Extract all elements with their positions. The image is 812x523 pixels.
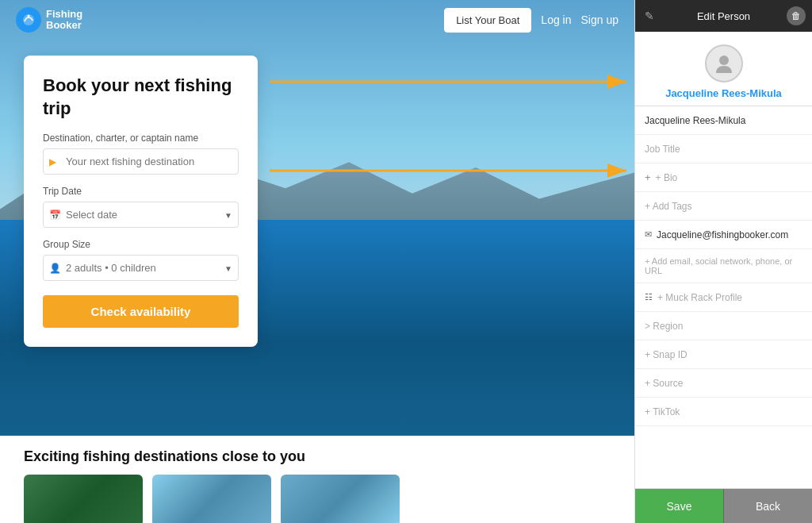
edit-panel: ✎ Edit Person 🗑 Jacqueline Rees-Mikula J… (634, 0, 812, 523)
login-link[interactable]: Log in (541, 13, 571, 26)
panel-footer: Save Back (635, 488, 812, 523)
tiktok-label: + TikTok (645, 406, 680, 417)
job-title-placeholder: Job Title (645, 144, 680, 155)
source-label: + Source (645, 378, 683, 389)
muck-rack-row[interactable]: ☷ + Muck Rack Profile (635, 283, 812, 312)
panel-title: Edit Person (697, 10, 750, 22)
email-field-row[interactable]: ✉ Jacqueline@fishingbooker.com (635, 221, 812, 249)
logo[interactable]: Fishing Booker (16, 7, 82, 33)
destination-card-1[interactable] (24, 475, 143, 523)
email-value: Jacqueline@fishingbooker.com (657, 229, 788, 240)
nav-right: List Your Boat Log in Sign up (444, 8, 619, 33)
tags-field-row[interactable]: + Add Tags (635, 192, 812, 221)
add-email-social: + Add email, social network, phone, or U… (645, 256, 802, 275)
navbar: Fishing Booker List Your Boat Log in Sig… (0, 0, 634, 40)
logo-text: Fishing Booker (46, 9, 82, 32)
location-icon: ▶ (49, 156, 56, 167)
person-icon: 👤 (49, 263, 61, 274)
profile-name: Jacqueline Rees-Mikula (665, 87, 782, 99)
search-form: Book your next fishing trip Destination,… (24, 56, 258, 347)
save-button[interactable]: Save (635, 489, 723, 523)
bio-add: + + Bio (645, 171, 677, 183)
snap-id-label: + Snap ID (645, 349, 688, 360)
panel-header: ✎ Edit Person 🗑 (635, 0, 812, 32)
region-label: > Region (645, 321, 683, 332)
list-boat-button[interactable]: List Your Boat (444, 8, 531, 33)
group-size-input[interactable] (43, 255, 239, 281)
check-availability-button[interactable]: Check availability (43, 295, 239, 328)
trip-date-input[interactable] (43, 202, 239, 228)
destinations-title: Exciting fishing destinations close to y… (24, 448, 611, 465)
bottom-section: Exciting fishing destinations close to y… (0, 436, 634, 523)
logo-booker: Booker (46, 20, 82, 31)
destination-card-2[interactable] (152, 475, 271, 523)
trip-date-label: Trip Date (43, 186, 239, 197)
source-row[interactable]: + Source (635, 369, 812, 398)
panel-fields: Jacqueline Rees-Mikula Job Title + + Bio… (635, 106, 812, 488)
group-size-wrapper: 👤 ▼ (43, 255, 239, 281)
grid-icon: ☷ (645, 292, 653, 302)
date-dropdown-arrow: ▼ (224, 210, 232, 219)
tiktok-add: + TikTok (645, 406, 680, 417)
delete-button[interactable]: 🗑 (787, 6, 806, 25)
destination-card-3[interactable] (281, 475, 400, 523)
bio-add-icon: + (645, 171, 651, 183)
avatar (705, 44, 743, 83)
form-title: Book your next fishing trip (43, 75, 239, 120)
tags-add: + Add Tags (645, 201, 692, 212)
add-email-social-label: + Add email, social network, phone, or U… (645, 256, 802, 275)
job-title-field-row[interactable]: Job Title (635, 135, 812, 163)
muck-rack-add: + Muck Rack Profile (657, 292, 742, 303)
calendar-icon: 📅 (49, 210, 61, 221)
snap-id-row[interactable]: + Snap ID (635, 340, 812, 369)
tiktok-row[interactable]: + TikTok (635, 398, 812, 426)
source-add: + Source (645, 378, 683, 389)
logo-fishing: Fishing (46, 9, 82, 20)
pencil-icon: ✎ (645, 10, 654, 22)
add-email-social-row[interactable]: + Add email, social network, phone, or U… (635, 249, 812, 283)
destination-cards (24, 475, 611, 523)
tags-add-label: + Add Tags (645, 201, 692, 212)
name-value: Jacqueline Rees-Mikula (645, 115, 745, 126)
back-button[interactable]: Back (723, 489, 812, 523)
svg-point-0 (28, 15, 30, 17)
group-size-label: Group Size (43, 239, 239, 250)
muck-rack-label: + Muck Rack Profile (657, 292, 742, 303)
svg-point-5 (719, 56, 729, 65)
region-add: > Region (645, 321, 683, 332)
logo-icon (16, 7, 41, 33)
snap-id-add: + Snap ID (645, 349, 688, 360)
region-row[interactable]: > Region (635, 312, 812, 340)
panel-profile: Jacqueline Rees-Mikula (635, 32, 812, 106)
destination-input[interactable] (43, 148, 239, 175)
signup-link[interactable]: Sign up (581, 13, 619, 26)
destination-wrapper: ▶ (43, 148, 239, 175)
bio-add-label: + Bio (656, 172, 678, 183)
name-field-row[interactable]: Jacqueline Rees-Mikula (635, 106, 812, 135)
trip-date-wrapper: 📅 ▼ (43, 202, 239, 228)
site-area: Fishing Booker List Your Boat Log in Sig… (0, 0, 634, 523)
bio-field-row[interactable]: + + Bio (635, 163, 812, 192)
destination-label: Destination, charter, or captain name (43, 133, 239, 144)
group-dropdown-arrow: ▼ (224, 263, 232, 272)
email-icon: ✉ (645, 229, 652, 240)
